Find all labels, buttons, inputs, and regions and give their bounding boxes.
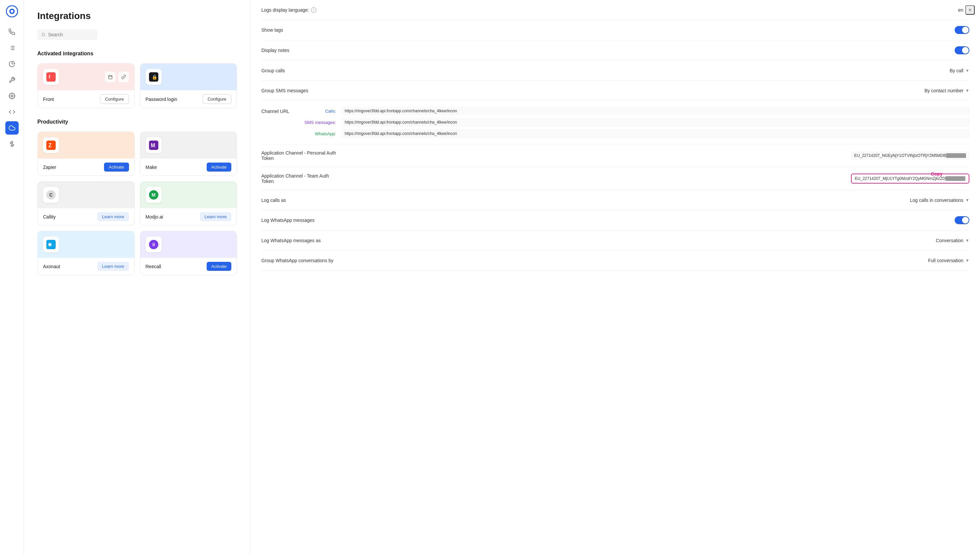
make-icon: M xyxy=(146,137,162,153)
sidebar-item-code[interactable] xyxy=(5,105,19,119)
card-header-password-login: 🔒 xyxy=(140,64,237,90)
whatsapp-url-value: https://ringover3fdd.api.frontapp.com/ch… xyxy=(341,129,969,138)
axonaut-card-name: Axonaut xyxy=(43,264,60,269)
axonaut-icon: ✱ xyxy=(43,237,59,252)
display-notes-row: Display notes xyxy=(261,40,969,61)
calls-url-value: https://ringover3fdd.api.frontapp.com/ch… xyxy=(341,107,969,115)
log-calls-as-row: Log calls as Log calls in conversations … xyxy=(261,190,969,210)
integration-card-modjo: M Modjo.ai Learn more xyxy=(140,181,237,226)
log-whatsapp-toggle[interactable] xyxy=(955,216,969,224)
group-whatsapp-dropdown[interactable]: Full conversation ▼ xyxy=(923,258,969,263)
integration-card-front: f Front Configure xyxy=(37,63,135,108)
zapier-icon: Z xyxy=(43,137,59,153)
copy-arrow-icon: → xyxy=(944,171,949,177)
callity-icon: C xyxy=(43,187,59,203)
modjo-card-name: Modjo.ai xyxy=(146,214,163,220)
display-notes-label: Display notes xyxy=(261,48,289,53)
group-whatsapp-label: Group WhatsApp conversations by xyxy=(261,258,333,263)
search-icon xyxy=(41,32,45,37)
axonaut-learn-btn[interactable]: Learn more xyxy=(97,262,129,271)
sidebar-item-calls[interactable] xyxy=(5,25,19,38)
channel-url-label: Channel URL xyxy=(261,107,295,114)
group-calls-label: Group calls xyxy=(261,68,285,73)
svg-text:✱: ✱ xyxy=(48,242,52,247)
log-whatsapp-as-row: Log WhatsApp messages as Conversation ▼ xyxy=(261,231,969,250)
reecall-card-name: Reecall xyxy=(146,264,161,269)
svg-text:Z: Z xyxy=(48,143,51,148)
svg-point-9 xyxy=(11,95,13,97)
svg-text:f: f xyxy=(49,74,50,80)
group-sms-value: By contact number xyxy=(924,88,963,93)
modjo-card-footer: Modjo.ai Learn more xyxy=(140,208,237,225)
integration-card-callity: C Callity Learn more xyxy=(37,181,135,226)
group-sms-chevron: ▼ xyxy=(966,88,969,93)
show-tags-toggle[interactable] xyxy=(955,26,969,34)
team-auth-token-value[interactable]: EU_22714207_MjU1YTg0MzdlY2QyMGNmZjkzZD xyxy=(851,173,969,184)
log-calls-as-dropdown[interactable]: Log calls in conversations ▼ xyxy=(910,197,969,203)
callity-learn-btn[interactable]: Learn more xyxy=(97,212,129,221)
callity-card-name: Callity xyxy=(43,214,56,220)
activated-section-title: Activated integrations xyxy=(37,51,237,57)
show-tags-row: Show tags xyxy=(261,20,969,40)
integration-card-axonaut: ✱ Axonaut Learn more xyxy=(37,231,135,275)
password-login-configure-btn[interactable]: Configure xyxy=(202,94,231,104)
svg-rect-13 xyxy=(47,72,56,82)
search-bar[interactable] xyxy=(37,29,97,40)
group-calls-value: By call xyxy=(949,68,963,73)
card-header-axonaut: ✱ xyxy=(38,231,134,258)
main-content: Integrations Activated integrations f xyxy=(24,0,980,555)
group-whatsapp-chevron: ▼ xyxy=(966,258,969,263)
reecall-activate-btn[interactable]: Activate xyxy=(207,262,231,271)
card-header-make: M xyxy=(140,132,237,159)
axonaut-card-footer: Axonaut Learn more xyxy=(38,258,134,275)
logs-display-language-row: Logs display language: i en ▼ xyxy=(261,0,969,20)
zapier-activate-btn[interactable]: Activate xyxy=(104,162,129,172)
integration-card-reecall: ⏸ Reecall Activate xyxy=(140,231,237,275)
settings-close-btn[interactable]: × xyxy=(966,5,975,14)
front-calendar-btn[interactable] xyxy=(105,72,116,82)
sidebar-item-settings[interactable] xyxy=(5,89,19,103)
front-link-btn[interactable] xyxy=(118,72,129,82)
modjo-icon: M xyxy=(146,187,162,203)
sidebar-item-billing[interactable] xyxy=(5,137,19,151)
sidebar-item-tools[interactable] xyxy=(5,73,19,87)
group-whatsapp-value: Full conversation xyxy=(928,258,963,263)
card-header-callity: C xyxy=(38,181,134,208)
integrations-panel: Integrations Activated integrations f xyxy=(24,0,251,555)
productivity-section-title: Productivity xyxy=(37,119,237,125)
search-input[interactable] xyxy=(48,32,93,37)
modjo-learn-btn[interactable]: Learn more xyxy=(200,212,231,221)
group-calls-dropdown[interactable]: By call ▼ xyxy=(923,68,969,73)
make-activate-btn[interactable]: Activate xyxy=(207,162,231,172)
zapier-card-footer: Zapier Activate xyxy=(38,159,134,176)
logs-display-language-dropdown[interactable]: en ▼ xyxy=(923,7,969,13)
channel-url-section: Channel URL Calls: https://ringover3fdd.… xyxy=(261,101,969,144)
front-card-footer: Front Configure xyxy=(38,90,134,108)
sidebar-item-list[interactable] xyxy=(5,41,19,55)
app-logo[interactable] xyxy=(6,5,18,17)
group-sms-dropdown[interactable]: By contact number ▼ xyxy=(923,88,969,93)
show-tags-label: Show tags xyxy=(261,27,283,33)
svg-text:🔒: 🔒 xyxy=(151,74,157,80)
sms-url-value: https://ringover3fdd.api.frontapp.com/ch… xyxy=(341,118,969,127)
group-sms-row: Group SMS messages By contact number ▼ xyxy=(261,80,969,101)
log-whatsapp-as-dropdown[interactable]: Conversation ▼ xyxy=(923,238,969,243)
display-notes-toggle[interactable] xyxy=(955,46,969,54)
whatsapp-type-label: WhatsApp: xyxy=(300,131,340,136)
front-configure-btn[interactable]: Configure xyxy=(100,94,129,104)
team-auth-label: Application Channel - Team Auth Token xyxy=(261,173,341,184)
sidebar-item-cloud[interactable] xyxy=(5,121,19,135)
front-card-name: Front xyxy=(43,96,54,102)
svg-text:⏸: ⏸ xyxy=(151,242,156,247)
callity-card-footer: Callity Learn more xyxy=(38,208,134,225)
logs-display-info-icon[interactable]: i xyxy=(311,7,316,13)
zapier-card-name: Zapier xyxy=(43,165,56,170)
log-whatsapp-as-chevron: ▼ xyxy=(966,238,969,243)
personal-token-mask xyxy=(946,153,966,158)
settings-panel: × Logs display language: i en ▼ Show tag… xyxy=(251,0,980,555)
make-card-footer: Make Activate xyxy=(140,159,237,176)
sidebar-item-stats[interactable] xyxy=(5,57,19,71)
log-whatsapp-row: Log WhatsApp messages xyxy=(261,210,969,231)
log-calls-as-value: Log calls in conversations xyxy=(910,197,963,203)
group-calls-chevron: ▼ xyxy=(966,68,969,73)
